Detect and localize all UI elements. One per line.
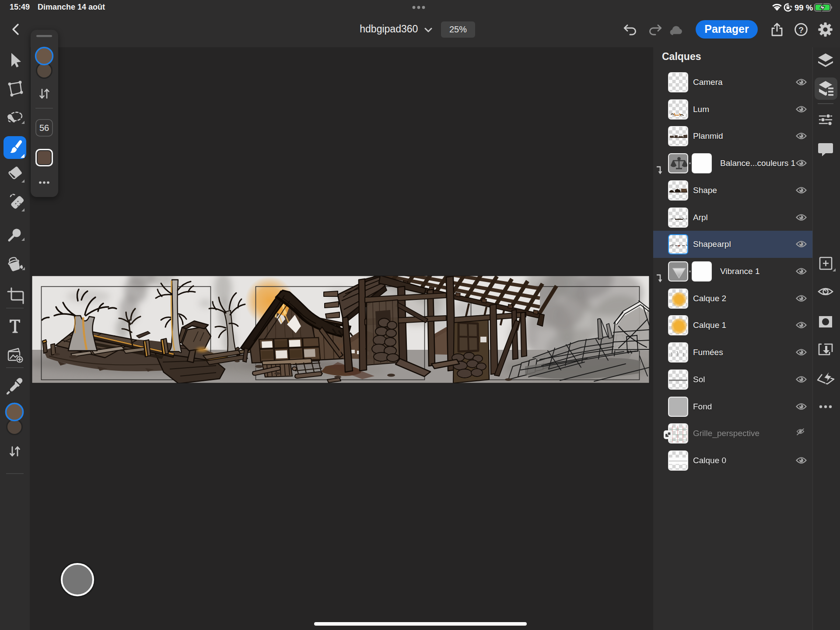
svg-text:99 %: 99 %	[794, 3, 813, 12]
svg-text:?: ?	[798, 25, 804, 35]
svg-text:56: 56	[39, 123, 49, 133]
